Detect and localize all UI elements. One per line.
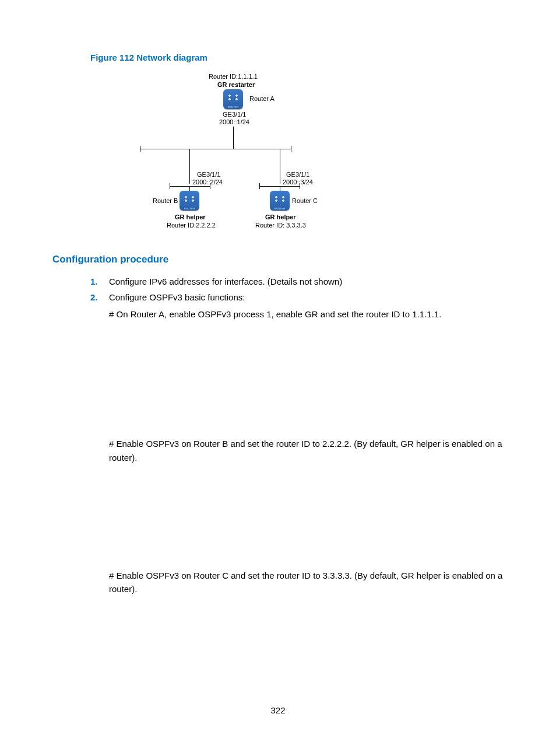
page-number: 322	[0, 705, 556, 715]
router-a-name: Router A	[249, 95, 275, 102]
list-item: 2. Configure OSPFv3 basic functions:	[90, 289, 504, 305]
b-seg-drop	[189, 186, 190, 191]
c-seg-tick-r	[300, 183, 300, 189]
router-a-id: Router ID:1.1.1.1	[209, 73, 258, 80]
list-text: Configure OSPFv3 basic functions:	[109, 289, 504, 305]
router-a-role: GR restarter	[217, 81, 255, 88]
router-b-addr: 2000::2/24	[192, 178, 223, 186]
line-bus-to-b	[189, 149, 190, 184]
router-b-iface: GE3/1/1	[197, 171, 220, 178]
c-seg-tick-l	[259, 183, 260, 189]
router-b-id: Router ID:2.2.2.2	[167, 222, 216, 229]
network-diagram: Router ID:1.1.1.1 GR restarter Router A …	[105, 73, 303, 233]
router-a-icon	[223, 89, 243, 109]
paragraph-router-a: # On Router A, enable OSPFv3 process 1, …	[109, 307, 504, 321]
router-a-addr: 2000::1/24	[219, 118, 249, 125]
list-item: 1. Configure IPv6 addresses for interfac…	[90, 274, 504, 289]
section-title: Configuration procedure	[52, 254, 504, 265]
router-c-icon	[270, 191, 290, 211]
list-number: 2.	[90, 289, 109, 305]
router-b-role: GR helper	[175, 214, 206, 220]
paragraph-router-c: # Enable OSPFv3 on Router C and set the …	[109, 569, 504, 596]
router-b-icon	[180, 191, 199, 211]
bus-tick-right	[291, 146, 291, 152]
paragraph-router-b: # Enable OSPFv3 on Router B and set the …	[109, 437, 504, 464]
router-c-addr: 2000::3/24	[283, 178, 313, 186]
list-text: Configure IPv6 addresses for interfaces.…	[109, 274, 504, 289]
b-seg-line	[170, 186, 210, 187]
router-b-name: Router B	[153, 197, 178, 204]
router-a-iface: GE3/1/1	[223, 111, 246, 118]
router-c-id: Router ID: 3.3.3.3	[255, 222, 306, 229]
line-a-to-bus	[233, 127, 234, 149]
c-seg-drop	[280, 186, 280, 191]
line-bus-to-c	[280, 149, 280, 184]
bus-line	[140, 149, 291, 149]
bus-tick-left	[140, 146, 140, 152]
figure-title: Figure 112 Network diagram	[90, 52, 504, 62]
router-c-iface: GE3/1/1	[286, 171, 309, 178]
router-c-role: GR helper	[265, 214, 296, 220]
router-c-name: Router C	[292, 197, 318, 204]
list-number: 1.	[90, 274, 109, 289]
b-seg-tick-l	[170, 183, 170, 189]
b-seg-tick-r	[210, 183, 210, 189]
